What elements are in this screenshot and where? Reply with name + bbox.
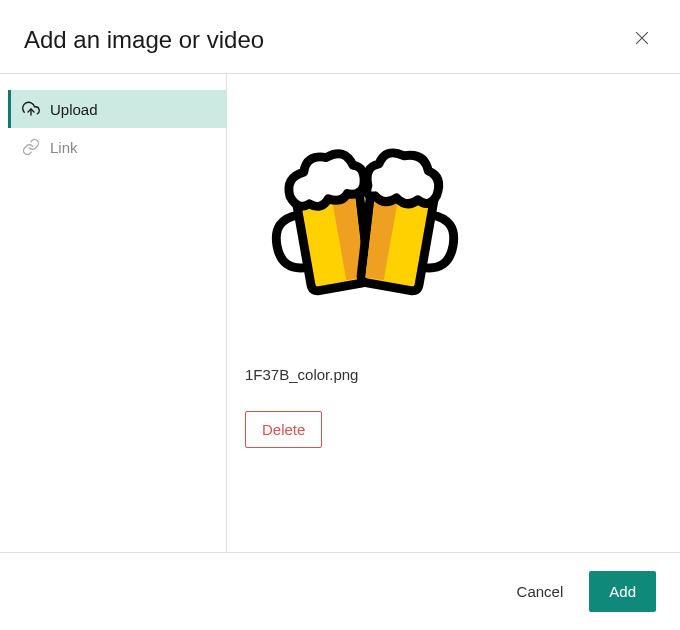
tab-label: Upload [50, 101, 98, 118]
beer-mugs-icon [250, 138, 480, 298]
image-preview [245, 98, 485, 338]
link-icon [22, 138, 40, 156]
add-button[interactable]: Add [589, 571, 656, 612]
filename-label: 1F37B_color.png [245, 366, 656, 383]
tab-label: Link [50, 139, 78, 156]
modal-footer: Cancel Add [0, 552, 680, 630]
close-button[interactable] [628, 24, 656, 55]
tab-link[interactable]: Link [8, 128, 226, 166]
add-media-modal: Add an image or video Upload [0, 0, 680, 630]
content-area: 1F37B_color.png Delete [227, 74, 680, 552]
close-icon [632, 36, 652, 51]
sidebar: Upload Link [0, 74, 227, 552]
delete-button[interactable]: Delete [245, 411, 322, 448]
modal-title: Add an image or video [24, 26, 264, 54]
cancel-button[interactable]: Cancel [509, 573, 572, 610]
modal-header: Add an image or video [0, 0, 680, 73]
tab-upload[interactable]: Upload [8, 90, 226, 128]
modal-body: Upload Link [0, 73, 680, 552]
upload-cloud-icon [22, 100, 40, 118]
